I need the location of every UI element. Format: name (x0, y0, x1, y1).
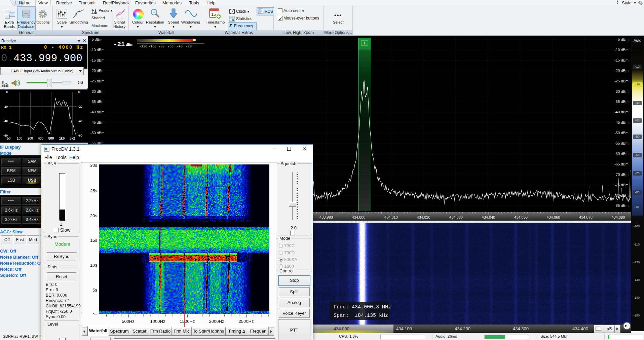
svg-text:15: 15 (211, 12, 216, 17)
svg-text:9: 9 (232, 18, 234, 22)
